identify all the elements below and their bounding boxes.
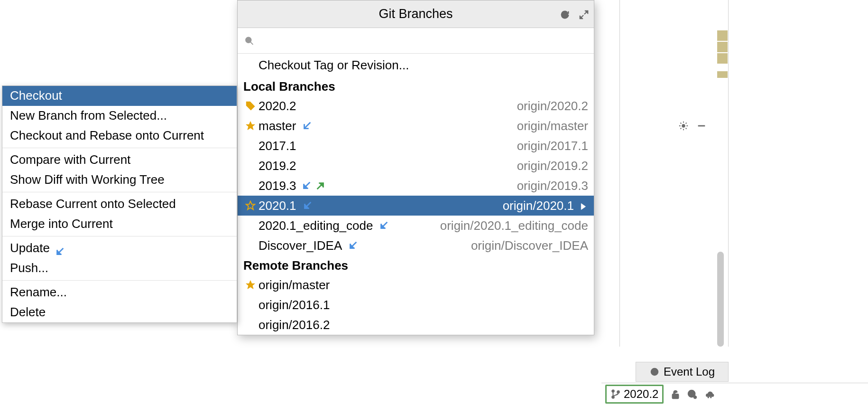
remote-branch-item[interactable]: origin/2016.2 bbox=[238, 315, 594, 335]
menu-item-checkout[interactable]: Checkout bbox=[2, 86, 237, 106]
local-branches-header: Local Branches bbox=[238, 76, 594, 96]
menu-item-label: Push... bbox=[10, 261, 48, 275]
tracking-branch: origin/2019.2 bbox=[517, 159, 588, 173]
svg-marker-8 bbox=[246, 281, 255, 289]
svg-point-10 bbox=[612, 396, 614, 398]
scrollbar[interactable] bbox=[717, 252, 724, 347]
incoming-icon bbox=[300, 121, 314, 131]
menu-item-rename[interactable]: Rename... bbox=[2, 283, 237, 302]
current-branch: 2020.2 bbox=[624, 387, 658, 401]
remote-branch-item[interactable]: origin/2016.1 bbox=[238, 295, 594, 315]
branch-context-menu: Checkout New Branch from Selected... Che… bbox=[2, 85, 237, 323]
menu-item-label: Checkout and Rebase onto Current bbox=[10, 128, 204, 143]
local-branch-item[interactable]: master origin/master bbox=[238, 116, 594, 136]
remote-branches-header: Remote Branches bbox=[238, 255, 594, 275]
svg-marker-5 bbox=[246, 122, 255, 130]
local-branch-item-selected[interactable]: 2020.1 origin/2020.1 bbox=[238, 196, 594, 216]
branch-name: 2019.3 bbox=[259, 179, 296, 193]
checkout-tag-or-revision[interactable]: Checkout Tag or Revision... bbox=[238, 54, 594, 76]
branch-search-input[interactable] bbox=[258, 33, 587, 48]
branch-name: 2020.1_editing_code bbox=[259, 218, 373, 233]
menu-item-delete[interactable]: Delete bbox=[2, 302, 237, 322]
tracking-branch: origin/Discover_IDEA bbox=[471, 238, 588, 253]
menu-item-label: Checkout bbox=[10, 88, 62, 103]
branch-name: origin/2016.2 bbox=[259, 318, 330, 332]
gear-icon[interactable] bbox=[678, 118, 689, 132]
lock-icon[interactable] bbox=[670, 387, 681, 401]
svg-line-3 bbox=[250, 42, 253, 44]
svg-point-14 bbox=[692, 396, 692, 396]
menu-item-update[interactable]: Update bbox=[2, 238, 237, 258]
menu-item-label: Rename... bbox=[10, 285, 67, 300]
menu-item-label: Show Diff with Working Tree bbox=[10, 172, 165, 187]
incoming-icon bbox=[300, 200, 314, 211]
svg-point-2 bbox=[246, 37, 251, 42]
tag-icon bbox=[243, 101, 258, 111]
star-icon bbox=[243, 280, 258, 290]
tracking-branch: origin/2020.1 bbox=[503, 198, 574, 213]
menu-item-merge[interactable]: Merge into Current bbox=[2, 214, 237, 234]
git-branches-popup: Git Branches Checkout Tag or Revision...… bbox=[237, 0, 594, 335]
branch-name: 2020.2 bbox=[259, 99, 296, 113]
git-branch-widget[interactable]: 2020.2 bbox=[605, 385, 664, 404]
menu-item-new-branch[interactable]: New Branch from Selected... bbox=[2, 106, 237, 126]
branch-name: 2019.2 bbox=[259, 159, 296, 173]
svg-point-11 bbox=[617, 391, 619, 393]
collapse-icon[interactable] bbox=[579, 7, 589, 21]
menu-item-push[interactable]: Push... bbox=[2, 258, 237, 278]
incoming-icon bbox=[377, 220, 391, 231]
svg-marker-6 bbox=[246, 201, 255, 209]
outgoing-icon bbox=[314, 180, 328, 191]
minimize-icon[interactable] bbox=[696, 118, 707, 132]
status-bar: 2020.2 bbox=[601, 383, 868, 405]
editor-marker bbox=[717, 71, 728, 78]
popup-title-bar: Git Branches bbox=[238, 0, 594, 28]
incoming-icon bbox=[55, 244, 64, 253]
tracking-branch: origin/2017.1 bbox=[517, 139, 588, 153]
menu-item-label: Merge into Current bbox=[10, 217, 113, 231]
branch-search[interactable] bbox=[238, 28, 594, 54]
branch-name: master bbox=[259, 119, 296, 133]
incoming-icon bbox=[299, 180, 314, 191]
popup-title: Git Branches bbox=[379, 7, 452, 21]
svg-point-0 bbox=[682, 124, 685, 127]
svg-point-15 bbox=[694, 396, 697, 399]
menu-item-label: Delete bbox=[10, 305, 46, 320]
remote-branch-item[interactable]: origin/master bbox=[238, 275, 594, 295]
menu-item-compare[interactable]: Compare with Current bbox=[2, 150, 237, 170]
menu-item-label: Rebase Current onto Selected bbox=[10, 197, 176, 211]
editor-marker bbox=[717, 53, 728, 64]
editor-right-pane bbox=[619, 0, 729, 347]
menu-separator bbox=[2, 192, 237, 192]
local-branch-item[interactable]: Discover_IDEA origin/Discover_IDEA bbox=[238, 236, 594, 255]
branch-name: 2020.1 bbox=[259, 198, 296, 213]
memory-indicator-icon[interactable] bbox=[704, 387, 715, 401]
menu-separator bbox=[2, 236, 237, 236]
tracking-branch: origin/2019.3 bbox=[517, 179, 588, 193]
event-log-tab[interactable]: Event Log bbox=[636, 362, 729, 382]
menu-item-checkout-rebase[interactable]: Checkout and Rebase onto Current bbox=[2, 126, 237, 146]
svg-point-9 bbox=[612, 390, 614, 392]
local-branch-item[interactable]: 2019.2 origin/2019.2 bbox=[238, 156, 594, 176]
menu-item-label: New Branch from Selected... bbox=[10, 108, 167, 123]
svg-rect-12 bbox=[673, 394, 679, 398]
branch-name: origin/2016.1 bbox=[259, 298, 330, 312]
menu-item-show-diff[interactable]: Show Diff with Working Tree bbox=[2, 170, 237, 190]
menu-item-label: Checkout Tag or Revision... bbox=[259, 58, 409, 73]
local-branch-item[interactable]: 2020.1_editing_code origin/2020.1_editin… bbox=[238, 216, 594, 236]
event-log-label: Event Log bbox=[664, 365, 715, 378]
branch-name: Discover_IDEA bbox=[259, 238, 342, 253]
star-outline-icon bbox=[243, 200, 258, 211]
local-branch-item[interactable]: 2020.2 origin/2020.2 bbox=[238, 96, 594, 116]
tracking-branch: origin/2020.1_editing_code bbox=[440, 218, 588, 233]
menu-item-rebase-onto[interactable]: Rebase Current onto Selected bbox=[2, 194, 237, 214]
local-branch-item[interactable]: 2017.1 origin/2017.1 bbox=[238, 136, 594, 156]
editor-marker bbox=[717, 42, 728, 52]
tracking-branch: origin/master bbox=[517, 119, 588, 133]
svg-marker-7 bbox=[581, 203, 585, 209]
refresh-icon[interactable] bbox=[560, 7, 570, 21]
help-settings-icon[interactable] bbox=[687, 387, 698, 401]
local-branch-item[interactable]: 2019.3 origin/2019.3 bbox=[238, 176, 594, 196]
svg-point-4 bbox=[248, 104, 249, 105]
branch-icon bbox=[610, 389, 621, 399]
